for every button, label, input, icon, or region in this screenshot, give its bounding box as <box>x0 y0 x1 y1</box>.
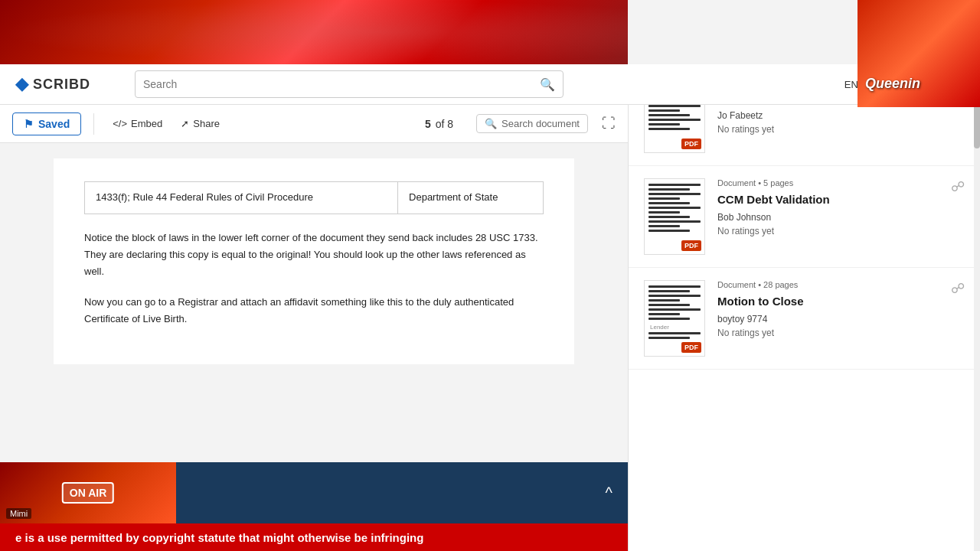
page-current: 5 <box>425 118 431 130</box>
doc-thumbnail-2: Lender PDF <box>644 280 705 357</box>
sidebar-meta-2: Document • 28 pages <box>717 280 965 289</box>
embed-button[interactable]: </> Embed <box>106 115 168 132</box>
doc-line <box>648 105 701 107</box>
sidebar-author-1: Bob Johnson <box>717 212 965 223</box>
top-right-thumbnail: Queenin <box>858 0 980 107</box>
logo[interactable]: ◆ SCRIBD <box>15 74 122 94</box>
doc-line <box>648 193 701 195</box>
sidebar-title-1: CCM Debt Validation <box>717 192 965 207</box>
doc-line <box>648 225 680 227</box>
doc-line <box>648 216 690 218</box>
toolbar-separator <box>93 113 94 135</box>
doc-line <box>648 299 680 302</box>
sidebar-info-1: Document • 5 pages CCM Debt Validation B… <box>717 178 965 255</box>
search-doc-icon: 🔍 <box>485 118 497 129</box>
doc-line <box>648 119 701 121</box>
doc-line <box>648 313 680 315</box>
doc-line <box>648 337 690 339</box>
ticker-bar: e is a use permitted by copyright statut… <box>0 523 628 551</box>
table-cell-law: 1433(f); Rule 44 Federal Rules of Civil … <box>85 182 398 214</box>
doc-line <box>648 128 690 130</box>
sidebar-author-2: boytoy 9774 <box>717 314 965 324</box>
table-cell-dept: Department of State <box>398 182 544 214</box>
doc-thumbnail-1: PDF <box>644 178 705 255</box>
bottom-video-bar: ON AIR Mimi ^ <box>0 462 628 523</box>
doc-line <box>648 188 690 191</box>
collapse-button[interactable]: ^ <box>606 484 612 502</box>
search-icon[interactable]: 🔍 <box>540 77 555 92</box>
sidebar-scrollbar[interactable] <box>974 64 980 551</box>
sidebar-info-2: Document • 28 pages Motion to Close boyt… <box>717 280 965 357</box>
header: ◆ SCRIBD 🔍 EN ▼ ⇧ Upload <box>0 64 980 105</box>
bookmark-button-2[interactable]: ☍ <box>951 280 965 297</box>
sidebar-title-2: Motion to Close <box>717 294 965 309</box>
doc-line <box>648 109 680 112</box>
embed-code-icon: </> <box>113 118 127 129</box>
toolbar: ⚑ Saved </> Embed ➚ Share 5 of 8 🔍 Searc… <box>0 105 628 143</box>
doc-line <box>648 202 690 204</box>
saved-label: Saved <box>38 118 70 130</box>
on-air-badge: ON AIR <box>62 482 114 504</box>
doc-line <box>648 318 690 320</box>
page-of: of 8 <box>436 118 453 130</box>
bookmark-icon: ⚑ <box>24 118 34 130</box>
document-page: 1433(f); Rule 44 Federal Rules of Civil … <box>54 158 574 364</box>
doc-line <box>648 211 680 214</box>
doc-line <box>648 295 701 297</box>
video-thumbnail[interactable]: ON AIR Mimi <box>0 462 176 523</box>
doc-line <box>648 123 680 126</box>
doc-line <box>648 332 701 334</box>
doc-line <box>648 207 701 209</box>
doc-line <box>648 304 690 306</box>
doc-line <box>648 114 690 116</box>
search-input[interactable] <box>143 78 540 90</box>
logo-text: SCRIBD <box>33 77 90 93</box>
table-row: 1433(f); Rule 44 Federal Rules of Civil … <box>85 182 544 214</box>
sidebar-item-2[interactable]: Lender PDF Document • 28 pages Motion to… <box>629 268 980 370</box>
ticker-text: e is a use permitted by copyright statut… <box>0 531 423 544</box>
sidebar-author-0: Jo Fabeetz <box>717 110 965 121</box>
sidebar-item-1[interactable]: PDF Document • 5 pages CCM Debt Validati… <box>629 166 980 268</box>
share-label: Share <box>193 118 220 129</box>
doc-line <box>648 290 690 292</box>
doc-paragraph-1: Notice the block of laws in the lower le… <box>84 230 544 280</box>
doc-paragraph-2: Now you can go to a Registrar and attach… <box>84 294 544 328</box>
fullscreen-button[interactable]: ⛶ <box>602 116 616 132</box>
page-navigation: 5 of 8 🔍 Search document ⛶ <box>425 114 616 133</box>
doc-line <box>648 220 701 223</box>
embed-label: Embed <box>131 118 162 129</box>
sidebar-rating-1: No ratings yet <box>717 226 965 236</box>
search-bar[interactable]: 🔍 <box>135 70 564 98</box>
share-icon: ➚ <box>181 118 189 129</box>
saved-button[interactable]: ⚑ Saved <box>12 112 81 135</box>
search-doc-label: Search document <box>501 118 580 129</box>
doc-line <box>648 184 701 186</box>
sidebar-rating-2: No ratings yet <box>717 328 965 338</box>
doc-line <box>648 230 690 232</box>
doc-line <box>648 308 701 311</box>
sidebar-rating-0: No ratings yet <box>717 124 965 135</box>
pdf-badge-1: PDF <box>681 240 701 251</box>
top-banner <box>0 0 628 64</box>
pdf-badge-2: PDF <box>681 342 701 353</box>
doc-line <box>648 285 701 288</box>
search-document-input[interactable]: 🔍 Search document <box>476 114 588 133</box>
doc-line <box>648 197 680 200</box>
pdf-badge-0: PDF <box>681 139 701 149</box>
right-sidebar: PDF Document • 5 pages Enhanced Validati… <box>628 64 980 551</box>
share-button[interactable]: ➚ Share <box>175 115 226 132</box>
document-table: 1433(f); Rule 44 Federal Rules of Civil … <box>84 181 544 214</box>
lang-label: EN <box>844 79 858 90</box>
scribd-logo-icon: ◆ <box>15 74 28 94</box>
thumb-label: Queenin <box>865 76 920 92</box>
bookmark-button-1[interactable]: ☍ <box>951 178 965 195</box>
mimi-label: Mimi <box>6 508 31 519</box>
sidebar-meta-1: Document • 5 pages <box>717 178 965 187</box>
